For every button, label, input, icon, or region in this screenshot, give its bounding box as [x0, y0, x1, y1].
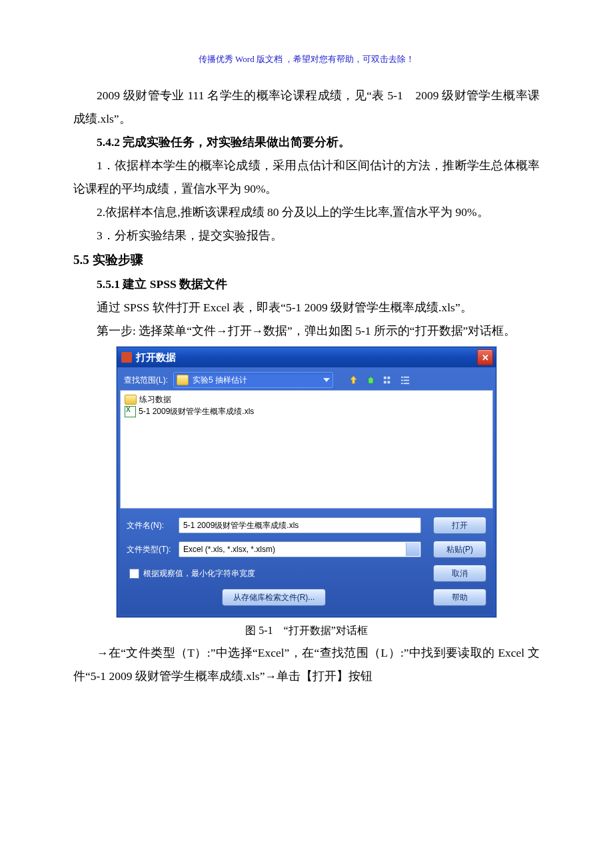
svg-rect-3 [387, 381, 390, 383]
filename-value: 5-1 2009级财管学生概率成绩.xls [183, 520, 299, 531]
svg-rect-1 [387, 376, 390, 379]
file-item-folder[interactable]: 练习数据 [125, 393, 488, 405]
file-name: 5-1 2009级财管学生概率成绩.xls [139, 406, 254, 417]
paste-button-label: 粘贴(P) [446, 544, 473, 555]
figure-caption-5-1: 图 5-1 “打开数据”对话框 [73, 620, 540, 641]
help-button-label: 帮助 [452, 592, 468, 603]
minimize-string-width-checkbox[interactable] [129, 569, 139, 579]
paragraph-intro: 2009 级财管专业 111 名学生的概率论课程成绩，见“表 5-1 2009 … [73, 84, 540, 131]
file-list-pane[interactable]: 练习数据 5-1 2009级财管学生概率成绩.xls [120, 390, 493, 509]
svg-rect-0 [383, 376, 386, 379]
open-button[interactable]: 打开 [433, 517, 486, 534]
cancel-button[interactable]: 取消 [433, 565, 486, 582]
file-item-excel[interactable]: 5-1 2009级财管学生概率成绩.xls [125, 405, 488, 417]
folder-icon [177, 375, 189, 385]
retrieve-button-label: 从存储库检索文件(R)... [233, 592, 315, 603]
up-one-level-button[interactable] [346, 373, 360, 387]
filetype-combo[interactable]: Excel (*.xls, *.xlsx, *.xlsm) [179, 541, 421, 557]
filename-input[interactable]: 5-1 2009级财管学生概率成绩.xls [179, 517, 421, 533]
dialog-title: 打开数据 [136, 351, 473, 364]
svg-rect-4 [400, 376, 402, 377]
cancel-button-label: 取消 [452, 568, 468, 579]
heading-5-4-2: 5.4.2 完成实验任务，对实验结果做出简要分析。 [73, 131, 540, 154]
look-in-label: 查找范围(L): [124, 375, 168, 386]
svg-rect-9 [403, 383, 408, 384]
close-button[interactable]: ✕ [477, 349, 493, 365]
spss-app-icon [121, 352, 132, 363]
open-data-dialog: 打开数据 ✕ 查找范围(L): 实验5 抽样估计 [117, 347, 496, 617]
chevron-down-icon [323, 378, 330, 382]
paste-button[interactable]: 粘贴(P) [433, 541, 486, 558]
retrieve-from-repository-button[interactable]: 从存储库检索文件(R)... [222, 589, 326, 606]
dialog-body: 查找范围(L): 实验5 抽样估计 [117, 367, 496, 617]
svg-rect-5 [403, 376, 408, 377]
paragraph-after-figure: →在“文件类型（T）:”中选择“Excel”，在“查找范围（L）:”中找到要读取… [73, 641, 540, 688]
filetype-value: Excel (*.xls, *.xlsx, *.xlsm) [183, 545, 275, 554]
paragraph-task-2: 2.依据样本信息,推断该课程成绩 80 分及以上的学生比率,置信水平为 90%。 [73, 201, 540, 224]
heading-5-5: 5.5 实验步骤 [73, 247, 540, 273]
svg-rect-2 [383, 381, 386, 383]
checkbox-label: 根据观察值，最小化字符串宽度 [143, 568, 255, 579]
home-button[interactable] [364, 373, 377, 387]
file-name: 练习数据 [139, 394, 171, 405]
paragraph-task-3: 3．分析实验结果，提交实验报告。 [73, 224, 540, 247]
paragraph-step-1: 第一步: 选择菜单“文件→打开→数据”，弹出如图 5-1 所示的“打开数据”对话… [73, 319, 540, 343]
look-in-value: 实验5 抽样估计 [193, 375, 247, 386]
svg-rect-8 [400, 383, 402, 384]
document-page: 传播优秀 Word 版文档 ，希望对您有帮助，可双击去除！ 2009 级财管专业… [0, 0, 613, 868]
store-button-row: 从存储库检索文件(R)... [127, 589, 421, 606]
heading-5-5-1: 5.5.1 建立 SPSS 数据文件 [73, 273, 540, 296]
close-icon: ✕ [482, 353, 489, 363]
open-button-label: 打开 [452, 520, 468, 531]
header-banner: 传播优秀 Word 版文档 ，希望对您有帮助，可双击去除！ [73, 53, 540, 65]
svg-rect-6 [400, 379, 402, 381]
look-in-row: 查找范围(L): 实验5 抽样估计 [120, 370, 493, 390]
help-button[interactable]: 帮助 [433, 589, 486, 606]
filetype-label: 文件类型(T): [127, 544, 173, 555]
dialog-titlebar: 打开数据 ✕ [117, 347, 496, 367]
svg-rect-7 [403, 379, 408, 381]
excel-file-icon [125, 406, 136, 417]
view-icons-button[interactable] [381, 373, 394, 387]
look-in-combo[interactable]: 实验5 抽样估计 [173, 372, 333, 388]
dialog-lower-panel: 文件名(N): 5-1 2009级财管学生概率成绩.xls 打开 文件类型(T)… [120, 509, 493, 614]
minimize-string-width-row: 根据观察值，最小化字符串宽度 [127, 568, 421, 579]
paragraph-open-excel: 通过 SPSS 软件打开 Excel 表，即表“5-1 2009 级财管学生概率… [73, 296, 540, 319]
figure-open-data-dialog: 打开数据 ✕ 查找范围(L): 实验5 抽样估计 [73, 347, 540, 617]
filename-label: 文件名(N): [127, 520, 173, 531]
chevron-down-icon [410, 547, 416, 551]
paragraph-task-1: 1．依据样本学生的概率论成绩，采用点估计和区间估计的方法，推断学生总体概率论课程… [73, 154, 540, 201]
folder-icon [125, 395, 137, 405]
toolbar-icons [346, 373, 412, 387]
view-list-button[interactable] [398, 373, 412, 387]
